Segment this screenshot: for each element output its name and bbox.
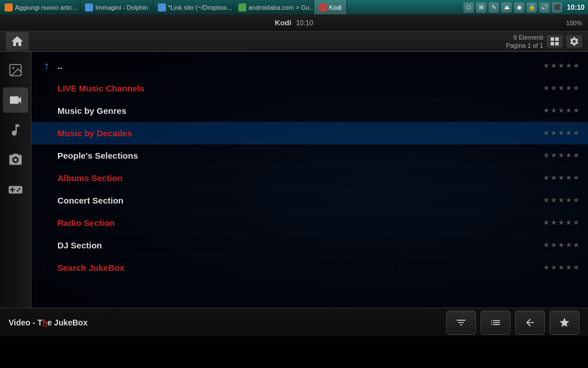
dj-section-icon (40, 239, 53, 251)
albums-section-icon (40, 171, 53, 184)
sys-icon-4: ⏏ (501, 2, 512, 13)
peoples-selections-icon (40, 149, 53, 162)
battery-indicator: 100% (566, 20, 582, 26)
bottom-buttons (446, 310, 579, 335)
home-button[interactable] (6, 32, 29, 51)
sidebar-item-games[interactable] (3, 177, 28, 202)
tab-icon-4 (238, 3, 246, 12)
title-highlight: h (42, 318, 48, 327)
stars-music-decades: ★ ★ ★ ★ ★ (543, 129, 579, 137)
content-area: ↑ .. ★ ★ ★ ★ ★ LIVE Music Channels ★ ★ ★… (0, 52, 588, 308)
radio-section-icon (40, 216, 53, 229)
tab-label-5: Kodi (329, 4, 342, 11)
list-item-label-dj-section: DJ Section (57, 240, 543, 250)
list-item-up[interactable]: ↑ .. ★ ★ ★ ★ ★ (32, 55, 588, 77)
toolbar-right: 9 Elementi Pagina 1 of 1 (506, 33, 582, 50)
stars-radio-section: ★ ★ ★ ★ ★ (543, 218, 579, 227)
file-list: ↑ .. ★ ★ ★ ★ ★ LIVE Music Channels ★ ★ ★… (32, 52, 588, 308)
filter-button[interactable] (446, 310, 476, 335)
concert-section-icon (40, 194, 53, 206)
list-item-peoples-selections[interactable]: People's Selections ★ ★ ★ ★ ★ (32, 144, 588, 167)
svg-rect-3 (555, 42, 559, 45)
sidebar-item-video[interactable] (3, 87, 28, 113)
kodi-clock: 10:10 (296, 19, 313, 27)
music-genres-icon (40, 104, 53, 117)
page-number: Pagina 1 of 1 (506, 41, 543, 49)
stars-peoples-selections: ★ ★ ★ ★ ★ (543, 151, 579, 159)
list-item-dj-section[interactable]: DJ Section ★ ★ ★ ★ ★ (32, 234, 588, 256)
taskbar-tabs: Aggiungi nuovo artic... Immagini - Dolph… (0, 0, 463, 14)
stars-dj-section: ★ ★ ★ ★ ★ (543, 241, 579, 249)
kodi-app-title: Kodi (275, 18, 292, 27)
now-playing-title: Video - The JukeBox (9, 318, 87, 327)
taskbar: Aggiungi nuovo artic... Immagini - Dolph… (0, 0, 588, 14)
top-toolbar: 9 Elementi Pagina 1 of 1 (0, 32, 588, 52)
menu-list-button[interactable] (481, 310, 510, 335)
settings-button[interactable] (566, 35, 582, 48)
sys-icon-6: 🔒 (527, 2, 537, 13)
tab-label-3: *Link sito (~/Dropbox... (168, 4, 233, 11)
up-arrow-icon: ↑ (40, 59, 53, 72)
list-item-music-decades[interactable]: Music by Decades ★ ★ ★ ★ ★ (32, 122, 588, 144)
sidebar-item-music[interactable] (3, 117, 28, 143)
stars-search-jukebox: ★ ★ ★ ★ ★ (543, 263, 579, 271)
search-jukebox-icon (40, 261, 53, 274)
sys-icon-8: ⬛ (552, 2, 562, 13)
kodi-header-bar: Kodi 10:10 100% (0, 14, 588, 32)
view-mode-button[interactable] (547, 35, 563, 48)
stars-albums-section: ★ ★ ★ ★ ★ (543, 174, 579, 182)
list-item-search-jukebox[interactable]: Search JukeBox ★ ★ ★ ★ ★ (32, 256, 588, 279)
list-item-label-music-genres: Music by Genres (57, 106, 543, 116)
taskbar-right: ⬡ ⊞ ✎ ⏏ ◉ 🔒 🔊 ⬛ 10:10 (463, 2, 588, 13)
tab-icon-3 (158, 3, 166, 12)
list-item-label-music-decades: Music by Decades (57, 128, 543, 138)
stars-concert-section: ★ ★ ★ ★ ★ (543, 196, 579, 204)
back-button[interactable] (515, 310, 545, 335)
tab-label-4: androidaba.com > Gu... (249, 4, 314, 11)
svg-point-6 (14, 158, 17, 161)
taskbar-tab-5[interactable]: Kodi (314, 0, 347, 14)
sys-icon-2: ⊞ (476, 2, 486, 13)
list-item-label-live-music: LIVE Music Channels (57, 83, 543, 93)
svg-rect-0 (551, 37, 554, 41)
tab-label-1: Aggiungi nuovo artic... (15, 4, 78, 11)
live-music-icon (40, 82, 53, 94)
taskbar-tab-3[interactable]: *Link sito (~/Dropbox... (153, 0, 234, 14)
list-item-concert-section[interactable]: Concert Section ★ ★ ★ ★ ★ (32, 189, 588, 212)
sidebar (0, 52, 32, 308)
bottom-bar: Video - The JukeBox (0, 308, 588, 336)
taskbar-tab-2[interactable]: Immagini - Dolphin (80, 0, 153, 14)
sys-icon-3: ✎ (489, 2, 499, 13)
taskbar-time: 10:10 (567, 3, 585, 12)
taskbar-tab-1[interactable]: Aggiungi nuovo artic... (0, 0, 80, 14)
list-item-label-peoples-selections: People's Selections (57, 151, 543, 160)
list-item-radio-section[interactable]: Radio Section ★ ★ ★ ★ ★ (32, 212, 588, 234)
page-info: 9 Elementi Pagina 1 of 1 (506, 33, 543, 50)
favorite-button[interactable] (550, 310, 579, 335)
stars-up: ★ ★ ★ ★ ★ (543, 62, 579, 70)
tab-icon-1 (5, 3, 13, 12)
list-item-label-concert-section: Concert Section (57, 195, 543, 205)
list-item-label-radio-section: Radio Section (57, 218, 543, 228)
taskbar-tab-4[interactable]: androidaba.com > Gu... (234, 0, 314, 14)
sidebar-item-pictures[interactable] (3, 57, 28, 83)
music-decades-icon (40, 126, 53, 139)
svg-point-5 (13, 67, 14, 69)
sys-icon-1: ⬡ (463, 2, 474, 13)
tab-label-2: Immagini - Dolphin (95, 4, 148, 11)
stars-live-music: ★ ★ ★ ★ ★ (543, 84, 579, 92)
sidebar-item-camera[interactable] (3, 147, 28, 172)
tab-icon-5 (319, 3, 327, 12)
stars-music-genres: ★ ★ ★ ★ ★ (543, 106, 579, 114)
list-item-albums-section[interactable]: Albums Section ★ ★ ★ ★ ★ (32, 167, 588, 189)
sys-icon-5: ◉ (514, 2, 524, 13)
list-item-label-search-jukebox: Search JukeBox (57, 263, 543, 273)
element-count: 9 Elementi (506, 33, 543, 41)
list-item-music-genres[interactable]: Music by Genres ★ ★ ★ ★ ★ (32, 99, 588, 122)
list-item-label-up: .. (57, 61, 543, 71)
sys-icon-7: 🔊 (539, 2, 550, 13)
list-item-live-music[interactable]: LIVE Music Channels ★ ★ ★ ★ ★ (32, 77, 588, 99)
list-item-label-albums-section: Albums Section (57, 173, 543, 183)
tab-icon-2 (85, 3, 93, 12)
svg-rect-2 (551, 42, 554, 45)
